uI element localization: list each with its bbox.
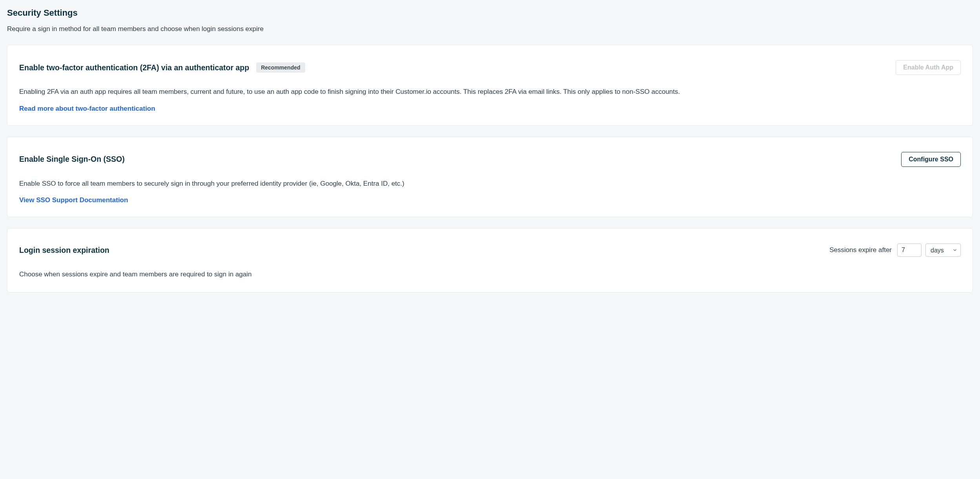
page-subtitle: Require a sign in method for all team me… [7, 25, 973, 33]
session-header-left: Login session expiration [19, 246, 109, 255]
session-expire-label: Sessions expire after [829, 246, 892, 254]
enable-auth-app-button[interactable]: Enable Auth App [896, 60, 961, 75]
twofa-header: Enable two-factor authentication (2FA) v… [19, 60, 961, 75]
sso-description: Enable SSO to force all team members to … [19, 179, 961, 189]
session-duration-input[interactable] [897, 243, 922, 257]
sso-title: Enable Single Sign-On (SSO) [19, 155, 125, 164]
twofa-docs-link[interactable]: Read more about two-factor authenticatio… [19, 105, 155, 113]
twofa-description: Enabling 2FA via an auth app requires al… [19, 87, 961, 97]
session-header: Login session expiration Sessions expire… [19, 243, 961, 257]
page-title: Security Settings [7, 8, 973, 18]
session-unit-select-wrap: days [925, 243, 961, 257]
recommended-badge: Recommended [256, 62, 305, 73]
session-description: Choose when sessions expire and team mem… [19, 269, 961, 280]
session-controls: Sessions expire after days [829, 243, 961, 257]
session-card: Login session expiration Sessions expire… [7, 228, 973, 293]
twofa-card: Enable two-factor authentication (2FA) v… [7, 45, 973, 126]
sso-docs-link[interactable]: View SSO Support Documentation [19, 196, 128, 204]
session-title: Login session expiration [19, 246, 109, 255]
sso-card: Enable Single Sign-On (SSO) Configure SS… [7, 137, 973, 218]
twofa-header-left: Enable two-factor authentication (2FA) v… [19, 62, 305, 73]
twofa-title: Enable two-factor authentication (2FA) v… [19, 63, 249, 72]
configure-sso-button[interactable]: Configure SSO [901, 152, 961, 167]
sso-header: Enable Single Sign-On (SSO) Configure SS… [19, 152, 961, 167]
session-unit-select[interactable]: days [925, 243, 961, 257]
sso-header-left: Enable Single Sign-On (SSO) [19, 155, 125, 164]
